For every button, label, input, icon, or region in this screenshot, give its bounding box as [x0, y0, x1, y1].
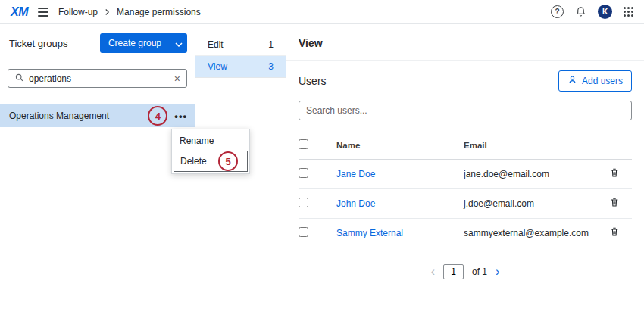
user-email: jane.doe@email.com — [464, 160, 609, 189]
step-annotation-5: 5 — [218, 151, 238, 171]
view-permission-panel: View Users Add users Name Email — [286, 24, 644, 324]
user-name-link[interactable]: Sammy External — [336, 228, 403, 238]
user-name-link[interactable]: Jane Doe — [336, 169, 375, 179]
xm-logo: XM — [11, 5, 28, 19]
user-email: j.doe@email.com — [464, 189, 609, 219]
delete-user-button[interactable] — [609, 226, 620, 240]
table-row: John Doe j.doe@email.com — [299, 189, 632, 219]
pagination: ‹ of 1 › — [286, 264, 644, 279]
column-header-email: Email — [464, 133, 609, 160]
trash-icon — [609, 170, 620, 181]
page-count-label: of 1 — [472, 266, 487, 277]
user-email: sammyexternal@example.com — [464, 219, 609, 248]
panel-title: Ticket groups — [9, 38, 68, 49]
breadcrumb-chevron-icon — [105, 8, 110, 16]
apps-grid-icon[interactable] — [624, 7, 633, 17]
trash-icon — [609, 199, 620, 210]
select-all-checkbox[interactable] — [299, 139, 308, 149]
permission-item-view[interactable]: View 3 — [195, 56, 286, 78]
person-icon — [567, 75, 577, 87]
page-title: View — [286, 24, 644, 61]
group-search-input[interactable] — [29, 73, 170, 84]
group-context-menu: Rename Delete 5 — [171, 129, 250, 174]
column-header-name: Name — [336, 133, 464, 160]
chevron-down-icon — [175, 38, 183, 49]
table-header-row: Name Email — [299, 133, 632, 160]
row-checkbox[interactable] — [299, 227, 308, 237]
group-name: Operations Management — [9, 111, 141, 121]
add-users-label: Add users — [582, 76, 623, 86]
delete-label: Delete — [180, 156, 207, 167]
permission-label: Edit — [208, 39, 224, 50]
help-icon[interactable]: ? — [551, 5, 564, 18]
group-search-box: × — [8, 69, 187, 88]
permissions-list-panel: Edit 1 View 3 — [195, 24, 286, 324]
menu-item-delete[interactable]: Delete 5 — [174, 151, 248, 172]
notifications-bell-icon[interactable] — [575, 6, 586, 17]
table-row: Jane Doe jane.doe@email.com — [299, 160, 632, 189]
table-row: Sammy External sammyexternal@example.com — [299, 219, 632, 248]
clear-search-icon[interactable]: × — [174, 73, 180, 84]
delete-user-button[interactable] — [609, 197, 620, 210]
create-group-split-button: Create group — [100, 33, 187, 53]
menu-item-rename[interactable]: Rename — [174, 131, 248, 151]
search-icon — [14, 73, 24, 85]
user-name-link[interactable]: John Doe — [336, 198, 375, 209]
breadcrumb: Follow-up Manage permissions — [58, 7, 201, 17]
create-group-button[interactable]: Create group — [100, 33, 170, 53]
breadcrumb-page: Manage permissions — [117, 7, 201, 17]
permission-label: View — [208, 61, 227, 72]
permission-item-edit[interactable]: Edit 1 — [195, 34, 286, 56]
group-options-ellipsis-icon[interactable]: ••• — [174, 111, 187, 122]
page-number-input[interactable] — [443, 264, 464, 279]
hamburger-menu-icon[interactable] — [38, 8, 48, 17]
users-section-title: Users — [299, 75, 327, 87]
pagination-next-icon[interactable]: › — [496, 265, 499, 279]
delete-user-button[interactable] — [609, 167, 620, 181]
step-annotation-4: 4 — [148, 106, 167, 126]
group-list-item[interactable]: Operations Management 4 ••• — [0, 104, 195, 127]
create-group-dropdown-button[interactable] — [170, 33, 187, 53]
users-table: Name Email Jane Doe jane.doe@email.com J… — [299, 133, 632, 248]
row-checkbox[interactable] — [299, 198, 308, 207]
user-search-input[interactable] — [299, 101, 632, 120]
permission-count: 3 — [268, 61, 274, 72]
top-bar: XM Follow-up Manage permissions ? K — [0, 0, 644, 24]
permission-count: 1 — [268, 39, 274, 50]
trash-icon — [609, 229, 620, 240]
breadcrumb-section[interactable]: Follow-up — [58, 7, 98, 17]
pagination-prev-icon[interactable]: ‹ — [431, 265, 435, 279]
user-avatar[interactable]: K — [598, 5, 612, 19]
add-users-button[interactable]: Add users — [558, 70, 632, 92]
ticket-groups-panel: Ticket groups Create group × Operations … — [0, 24, 195, 324]
row-checkbox[interactable] — [299, 168, 308, 178]
